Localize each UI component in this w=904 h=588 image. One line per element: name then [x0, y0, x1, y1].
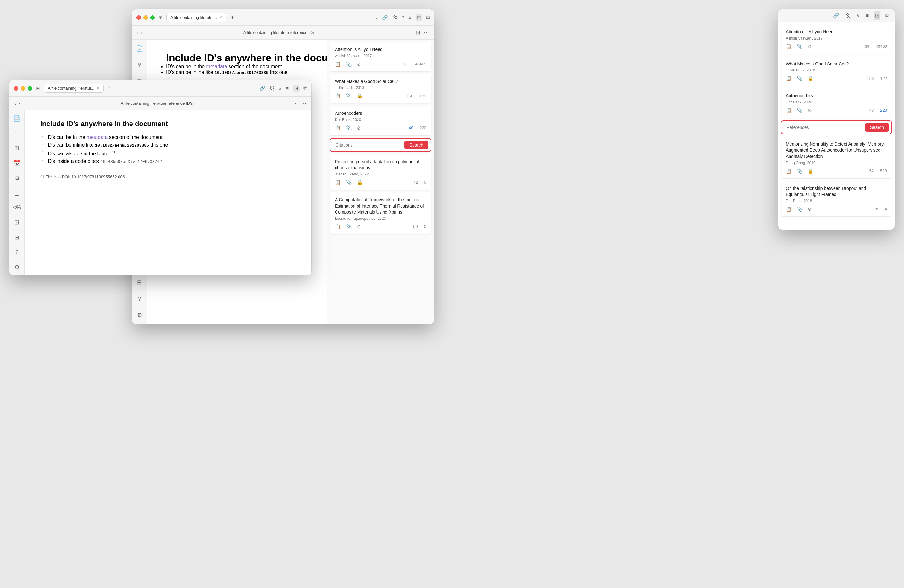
window-chevron-back[interactable]: ⌄ [375, 16, 378, 20]
sf-settings-icon[interactable]: ⚙ [12, 263, 22, 271]
chain-icon[interactable]: ⛓ [392, 15, 397, 20]
search-button-front[interactable]: Search [405, 141, 428, 149]
close-button[interactable] [136, 16, 141, 20]
rt-doc-icon[interactable]: ⊡ [874, 11, 880, 20]
doc-icon-front[interactable]: ⊡ [293, 85, 300, 92]
sf-help-icon[interactable]: ? [12, 248, 22, 256]
attach-icon-1-back[interactable]: 📎 [346, 61, 352, 67]
doc-bullet-f-4: • ID's inside a code block 10.48550/arXi… [40, 158, 296, 165]
metadata-link-front[interactable]: metadata [87, 134, 108, 140]
rt-hash-icon[interactable]: # [856, 12, 861, 20]
rt-link-icon[interactable]: 🔗 [832, 11, 841, 20]
forward-arrow-front[interactable]: › [19, 101, 20, 106]
attach-icon-3-back[interactable]: 📎 [346, 125, 352, 131]
hash-icon-front[interactable]: # [279, 85, 281, 91]
window-chevron-front[interactable]: ⌄ [253, 86, 256, 90]
sf-copy-icon[interactable]: ⧉ [12, 174, 22, 182]
lock-icon-2-right[interactable]: 🔒 [808, 76, 814, 81]
minimize-button-front[interactable] [21, 86, 25, 90]
link-icon[interactable]: 🔗 [382, 15, 388, 21]
ban-icon-3-right[interactable]: ⊘ [808, 107, 812, 113]
lock-icon-2-back[interactable]: 🔒 [357, 93, 363, 99]
copy-icon-3-back[interactable]: 📋 [335, 125, 341, 131]
ban-icon-1-right[interactable]: ⊘ [808, 44, 812, 49]
search-input-front[interactable] [333, 141, 405, 149]
copy-icon-1-right[interactable]: 📋 [786, 44, 792, 49]
copy-icon-5-back[interactable]: 📋 [335, 224, 341, 229]
lock-icon-4-right[interactable]: 🔒 [808, 168, 814, 174]
sidebar-file-icon[interactable]: 📄 [134, 43, 145, 54]
rt-list-icon[interactable]: ≡ [865, 12, 870, 20]
sf-calendar-icon[interactable]: 📅 [12, 159, 22, 167]
copy-icon-1-back[interactable]: 📋 [335, 61, 341, 67]
rt-chain-icon[interactable]: ⛓ [844, 12, 852, 20]
copy-icon-4-right[interactable]: 📋 [786, 168, 792, 174]
search-button-right[interactable]: Search [865, 123, 889, 132]
sf-terminal-icon[interactable]: _ [12, 188, 22, 197]
sf-graph-icon[interactable]: ⑂ [12, 129, 22, 138]
more-icon-front[interactable]: ⋯ [301, 100, 306, 106]
ref-stat1-5-right: 76 [874, 207, 878, 211]
ban-icon-5-right[interactable]: ⊘ [808, 206, 812, 212]
ban-icon-5-back[interactable]: ⊘ [357, 224, 361, 229]
active-tab-back[interactable]: A file containing literatur... ✕ [166, 13, 226, 22]
attach-icon-2-back[interactable]: 📎 [346, 93, 352, 99]
add-tab-button-back[interactable]: + [229, 14, 236, 21]
lock-icon-4-back[interactable]: 🔒 [357, 180, 363, 185]
search-input-right[interactable] [784, 123, 865, 131]
forward-arrow-back[interactable]: › [141, 30, 143, 35]
attach-icon-1-right[interactable]: 📎 [797, 44, 803, 49]
active-tab-front[interactable]: A file containing literatur... ✕ [44, 84, 104, 93]
sidebar-toggle-icon[interactable]: ⊞ [158, 15, 163, 21]
reader-icon-front[interactable]: ⊡ [293, 100, 297, 106]
list-icon-front[interactable]: ≡ [286, 85, 289, 91]
ban-icon-1-back[interactable]: ⊘ [357, 61, 361, 67]
ban-icon-3-back[interactable]: ⊘ [357, 125, 361, 131]
split-view-icon-back[interactable]: ⧉ [426, 15, 430, 21]
sf-external-icon[interactable]: ⊡ [12, 218, 22, 227]
back-arrow-front[interactable]: ‹ [14, 101, 16, 106]
ref-stats-4-back: 72 0 [413, 180, 427, 185]
copy-icon-2-back[interactable]: 📋 [335, 93, 341, 99]
copy-icon-3-right[interactable]: 📋 [786, 107, 792, 113]
fullscreen-button-front[interactable] [28, 86, 32, 90]
attach-icon-5-back[interactable]: 📎 [346, 224, 352, 229]
doc-icon[interactable]: ⊡ [416, 14, 422, 21]
copy-icon-5-right[interactable]: 📋 [786, 206, 792, 212]
sidebar-front: 📄 ⑂ ⊞ 📅 ⧉ _ <% ⊡ ⊟ ? ⚙ [9, 111, 25, 275]
link-icon-front[interactable]: 🔗 [259, 85, 266, 91]
hash-icon[interactable]: # [401, 15, 404, 20]
add-tab-button-front[interactable]: + [106, 84, 114, 92]
tab-label-front: A file containing literatur... [48, 86, 94, 90]
metadata-link-back[interactable]: metadata [206, 64, 228, 69]
attach-icon-2-right[interactable]: 📎 [797, 76, 803, 81]
rt-split-icon[interactable]: ⧉ [884, 12, 890, 20]
copy-icon-4-back[interactable]: 📋 [335, 180, 341, 185]
sf-grid-icon[interactable]: ⊞ [12, 144, 22, 152]
right-toolbar: 🔗 ⛓ # ≡ ⊡ ⧉ [778, 9, 895, 22]
reader-icon-back[interactable]: ⊡ [416, 30, 420, 36]
sidebar-photo-icon[interactable]: ⊟ [134, 277, 145, 288]
sidebar-toggle-icon-front[interactable]: ⊞ [36, 85, 40, 91]
sf-percent-icon[interactable]: <% [12, 204, 22, 212]
list-icon[interactable]: ≡ [408, 15, 411, 20]
sidebar-help-icon[interactable]: ? [134, 294, 145, 304]
back-arrow-back[interactable]: ‹ [137, 30, 139, 35]
attach-icon-4-back[interactable]: 📎 [346, 180, 352, 185]
chain-icon-front[interactable]: ⛓ [270, 85, 275, 91]
split-view-icon-front[interactable]: ⧉ [303, 85, 307, 91]
fullscreen-button[interactable] [150, 16, 155, 20]
minimize-button[interactable] [143, 16, 148, 20]
sf-file-icon[interactable]: 📄 [12, 114, 22, 123]
attach-icon-5-right[interactable]: 📎 [797, 206, 803, 212]
tab-close-front[interactable]: ✕ [97, 86, 100, 90]
attach-icon-3-right[interactable]: 📎 [797, 107, 803, 113]
close-button-front[interactable] [14, 86, 18, 90]
sidebar-settings-icon[interactable]: ⚙ [134, 310, 145, 320]
sidebar-graph-icon[interactable]: ⑂ [134, 60, 145, 70]
sf-photo-icon[interactable]: ⊟ [12, 233, 22, 242]
more-icon-back[interactable]: ⋯ [424, 30, 429, 36]
attach-icon-4-right[interactable]: 📎 [797, 168, 803, 174]
copy-icon-2-right[interactable]: 📋 [786, 76, 792, 81]
tab-close-back[interactable]: ✕ [220, 16, 222, 19]
